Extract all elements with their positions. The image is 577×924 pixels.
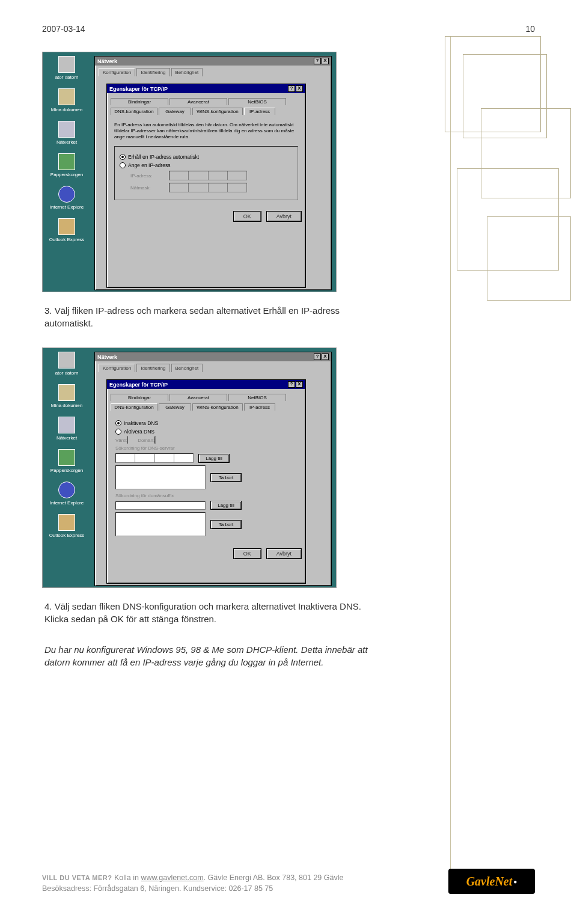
- desktop-icon: Outlook Express: [46, 514, 87, 538]
- tab-bindningar[interactable]: Bindningar: [111, 98, 168, 105]
- cancel-button[interactable]: Avbryt: [266, 548, 302, 559]
- host-label: Värd:: [115, 438, 127, 443]
- suffix-list[interactable]: [115, 512, 206, 536]
- footer-link[interactable]: www.gavlenet.com: [141, 874, 203, 882]
- desktop-icon: Nätverket: [46, 417, 87, 441]
- search-suffix-label: Sökordning för domänsuffix: [115, 493, 297, 498]
- ip-address-input[interactable]: [169, 171, 247, 180]
- info-text: En IP-adress kan automatiskt tilldelas d…: [111, 120, 302, 142]
- tab-identifiering[interactable]: Identifiering: [136, 68, 169, 76]
- desktop-icon: Nätverket: [46, 121, 87, 145]
- tab-behorighet[interactable]: Behörighet: [171, 364, 203, 372]
- close-icon[interactable]: X: [296, 85, 303, 92]
- radio-activate-dns[interactable]: [115, 429, 121, 435]
- summary-text: Du har nu konfigurerat Windows 95, 98 & …: [44, 643, 369, 669]
- header-page: 10: [525, 24, 535, 34]
- radio-label: Inaktivera DNS: [124, 420, 158, 426]
- remove-suffix-button[interactable]: Ta bort: [210, 520, 242, 529]
- close-icon[interactable]: X: [296, 381, 303, 388]
- tab-wins-konfiguration[interactable]: WINS-konfiguration: [192, 108, 243, 115]
- help-icon[interactable]: ?: [314, 58, 321, 64]
- tab-dns-konfiguration[interactable]: DNS-konfiguration: [111, 403, 157, 411]
- radio-manual-ip[interactable]: [120, 162, 126, 168]
- tab-konfiguration[interactable]: Konfiguration: [99, 364, 135, 372]
- desktop-icon: Outlook Express: [46, 218, 87, 242]
- tab-wins-konfiguration[interactable]: WINS-konfiguration: [192, 403, 243, 411]
- desktop-icon: Internet Explore: [46, 482, 87, 506]
- dns-server-list[interactable]: [115, 465, 206, 489]
- tab-identifiering[interactable]: Identifiering: [136, 364, 169, 372]
- radio-auto-ip[interactable]: [120, 154, 126, 160]
- tab-ip-adress[interactable]: IP-adress: [244, 403, 275, 411]
- desktop-icon: ator datorn: [46, 56, 87, 80]
- radio-inactivate-dns[interactable]: [115, 420, 121, 426]
- window-tcpip-properties: Egenskaper för TCP/IP ? X Bindningar Ava…: [106, 84, 306, 288]
- radio-label: Aktivera DNS: [124, 429, 154, 435]
- tab-ip-adress[interactable]: IP-adress: [244, 108, 275, 115]
- footer-lead: VILL DU VETA MER?: [42, 874, 112, 881]
- desktop-icon: Papperskorgen: [46, 153, 87, 177]
- help-icon[interactable]: ?: [288, 381, 295, 388]
- dns-ip-input[interactable]: [115, 453, 194, 463]
- desktop-icon: Papperskorgen: [46, 449, 87, 473]
- tab-avancerat[interactable]: Avancerat: [169, 394, 227, 401]
- desktop-icon: ator datorn: [46, 352, 87, 376]
- step-3-text: 3. Välj fliken IP-adress och markera sed…: [44, 304, 369, 329]
- tab-dns-konfiguration[interactable]: DNS-konfiguration: [111, 108, 157, 115]
- window-title: Nätverk: [97, 354, 117, 360]
- window-title: Egenskaper för TCP/IP: [109, 382, 168, 388]
- tab-behorighet[interactable]: Behörighet: [171, 68, 203, 76]
- tab-gateway[interactable]: Gateway: [159, 108, 191, 115]
- window-title: Egenskaper för TCP/IP: [109, 86, 168, 92]
- desktop-icon: Internet Explore: [46, 186, 87, 210]
- help-icon[interactable]: ?: [314, 353, 321, 360]
- tab-netbios[interactable]: NetBIOS: [228, 98, 286, 105]
- gavlenet-logo: GavleNet●: [448, 869, 535, 894]
- header-date: 2007-03-14: [42, 24, 85, 34]
- screenshot-dns-konfiguration: ator datorn Mina dokumen Nätverket Pappe…: [42, 347, 337, 588]
- tab-netbios[interactable]: NetBIOS: [228, 394, 286, 401]
- remove-dns-button[interactable]: Ta bort: [210, 473, 242, 482]
- screenshot-ip-adress: ator datorn Mina dokumen Nätverket Pappe…: [42, 52, 337, 292]
- ok-button[interactable]: OK: [233, 548, 261, 559]
- footer-text: VILL DU VETA MER? Kolla in www.gavlenet.…: [42, 873, 343, 894]
- desktop-icon: Mina dokumen: [46, 384, 87, 408]
- netmask-label: Nätmask:: [130, 185, 164, 191]
- help-icon[interactable]: ?: [288, 85, 295, 92]
- radio-label: Erhåll en IP-adress automatiskt: [128, 154, 199, 160]
- close-icon[interactable]: X: [322, 58, 329, 64]
- desktop-icon: Mina dokumen: [46, 88, 87, 112]
- domain-label: Domän:: [138, 438, 154, 443]
- ip-address-label: IP-adress:: [130, 173, 164, 179]
- search-dns-label: Sökordning för DNS-servrar: [115, 445, 297, 451]
- suffix-input[interactable]: [115, 501, 206, 510]
- netmask-input[interactable]: [169, 183, 247, 192]
- domain-input[interactable]: [154, 436, 156, 444]
- tab-bindningar[interactable]: Bindningar: [111, 394, 168, 401]
- host-input[interactable]: [127, 436, 128, 444]
- close-icon[interactable]: X: [322, 353, 329, 360]
- tab-avancerat[interactable]: Avancerat: [169, 98, 227, 105]
- add-dns-button[interactable]: Lägg till: [198, 454, 230, 463]
- sidebar-decoration: [421, 36, 577, 733]
- step-4-text: 4. Välj sedan fliken DNS-konfiguration o…: [44, 600, 369, 625]
- tab-gateway[interactable]: Gateway: [159, 403, 191, 411]
- add-suffix-button[interactable]: Lägg till: [210, 501, 242, 510]
- window-tcpip-properties: Egenskaper för TCP/IP ? X Bindningar Ava…: [106, 379, 306, 584]
- cancel-button[interactable]: Avbryt: [266, 211, 302, 222]
- ok-button[interactable]: OK: [233, 211, 261, 222]
- radio-label: Ange en IP-adress: [128, 162, 170, 168]
- tab-konfiguration[interactable]: Konfiguration: [99, 68, 135, 76]
- window-title: Nätverk: [97, 58, 117, 64]
